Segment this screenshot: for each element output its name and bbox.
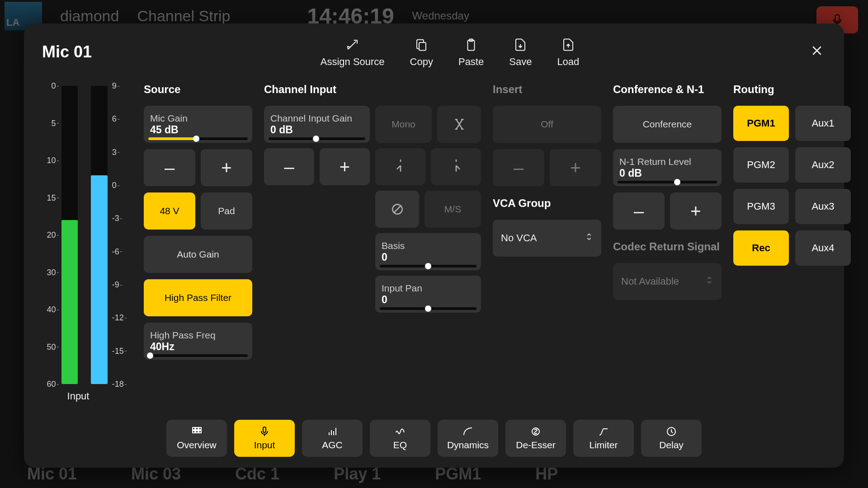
bottom-tabs: OverviewInputAGCEQDynamicsDe-EsserLimite… — [42, 420, 826, 457]
input-meters: 0510152030405060 9630-3-6-9-12-15-18 Inp… — [42, 83, 130, 415]
split-right-button[interactable] — [431, 148, 481, 185]
tab-dynamics[interactable]: Dynamics — [438, 420, 498, 457]
channel-gain-plus-button[interactable]: + — [320, 148, 370, 185]
vca-group-dropdown[interactable]: No VCA — [493, 220, 601, 257]
split-right-icon — [449, 160, 463, 174]
source-title: Source — [144, 83, 252, 97]
channel-strip-modal: Mic 01 Assign Source Copy Paste Save Loa… — [24, 23, 844, 468]
copy-label: Copy — [410, 56, 433, 68]
bd-label-1: diamond — [60, 7, 119, 25]
meter-label: Input — [42, 390, 114, 402]
copy-button[interactable]: Copy — [410, 38, 433, 68]
svg-rect-4 — [193, 427, 195, 430]
channel-gain-minus-button[interactable]: – — [264, 148, 314, 185]
route-aux2-button[interactable]: Aux2 — [795, 147, 851, 183]
routing-column: Routing PGM1Aux1PGM2Aux2PGM3Aux3RecAux4 — [733, 83, 851, 415]
conference-title: Conference & N-1 — [613, 83, 722, 97]
assign-source-button[interactable]: Assign Source — [321, 38, 385, 68]
save-label: Save — [509, 56, 532, 68]
tab-delay[interactable]: Delay — [641, 420, 702, 457]
chevron-updown-icon — [704, 273, 714, 290]
split-left-icon — [393, 160, 408, 174]
mic-gain-minus-button[interactable]: – — [144, 149, 195, 186]
day-label: Wednesday — [412, 9, 469, 22]
n1-plus-button[interactable]: + — [670, 192, 722, 230]
n1-minus-button[interactable]: – — [613, 192, 665, 230]
input-pan-control[interactable]: Input Pan 0 — [375, 276, 481, 313]
meter-bar-right — [91, 86, 108, 384]
tab-limiter[interactable]: Limiter — [573, 420, 634, 457]
phase-invert-button[interactable] — [375, 191, 419, 228]
insert-title: Insert — [493, 83, 601, 97]
load-label: Load — [557, 56, 579, 68]
codec-return-title: Codec Return Signal — [613, 240, 722, 254]
auto-gain-button[interactable]: Auto Gain — [144, 236, 252, 273]
tab-agc[interactable]: AGC — [302, 420, 363, 457]
vca-title: VCA Group — [493, 197, 601, 211]
mic-gain-control[interactable]: Mic Gain 45 dB — [144, 106, 252, 143]
codec-return-dropdown: Not Available — [613, 263, 722, 300]
chevron-updown-icon — [584, 230, 594, 246]
insert-vca-column: Insert Off – + VCA Group No VCA — [493, 83, 601, 415]
route-aux1-button[interactable]: Aux1 — [795, 106, 851, 141]
conference-column: Conference & N-1 Conference N-1 Return L… — [613, 83, 722, 415]
phase-icon — [390, 202, 405, 216]
mic-gain-plus-button[interactable]: + — [201, 149, 252, 186]
svg-rect-10 — [263, 427, 266, 432]
meter-bar-left — [61, 86, 78, 384]
swap-lr-button[interactable] — [437, 106, 481, 143]
paste-label: Paste — [458, 56, 484, 68]
channel-input-gain-control[interactable]: Channel Input Gain 0 dB — [264, 106, 370, 143]
insert-off-button[interactable]: Off — [493, 106, 601, 143]
svg-rect-7 — [193, 431, 195, 433]
assign-source-label: Assign Source — [321, 56, 385, 68]
close-button[interactable] — [808, 42, 826, 60]
high-pass-freq-control[interactable]: High Pass Freq 40Hz — [144, 323, 252, 360]
swap-icon — [452, 117, 467, 131]
routing-title: Routing — [733, 83, 851, 97]
route-pgm1-button[interactable]: PGM1 — [733, 106, 789, 141]
high-pass-filter-button[interactable]: High Pass Filter — [144, 279, 252, 316]
mono-button[interactable]: Mono — [375, 106, 432, 143]
n1-return-level-control[interactable]: N-1 Return Level 0 dB — [613, 149, 722, 186]
route-rec-button[interactable]: Rec — [733, 230, 789, 266]
paste-button[interactable]: Paste — [458, 38, 484, 68]
tab-de-esser[interactable]: De-Esser — [505, 420, 566, 457]
pad-button[interactable]: Pad — [201, 192, 252, 230]
split-left-button[interactable] — [375, 148, 425, 185]
conference-button[interactable]: Conference — [613, 106, 722, 143]
modal-title: Mic 01 — [42, 38, 92, 61]
channel-input-title: Channel Input — [264, 83, 481, 97]
route-aux4-button[interactable]: Aux4 — [795, 230, 851, 266]
svg-rect-0 — [419, 42, 426, 51]
ms-button[interactable]: M/S — [425, 191, 481, 228]
route-aux3-button[interactable]: Aux3 — [795, 189, 851, 224]
svg-rect-5 — [196, 427, 198, 430]
save-button[interactable]: Save — [509, 38, 532, 68]
svg-rect-9 — [199, 431, 201, 433]
source-column: Source Mic Gain 45 dB – + 48 V Pad — [144, 83, 252, 415]
svg-rect-8 — [196, 431, 198, 433]
meter-scale-right: 9630-3-6-9-12-15-18 — [109, 86, 130, 384]
meter-scale-left: 0510152030405060 — [42, 86, 60, 384]
channel-input-column: Channel Input Channel Input Gain 0 dB Mo… — [264, 83, 481, 415]
tab-input[interactable]: Input — [234, 420, 295, 457]
tab-overview[interactable]: Overview — [166, 420, 227, 457]
tab-eq[interactable]: EQ — [370, 420, 430, 457]
load-button[interactable]: Load — [557, 38, 579, 68]
insert-minus-button[interactable]: – — [493, 149, 544, 186]
route-pgm2-button[interactable]: PGM2 — [733, 147, 789, 183]
route-pgm3-button[interactable]: PGM3 — [733, 189, 789, 224]
insert-plus-button[interactable]: + — [550, 149, 601, 186]
phantom-48v-button[interactable]: 48 V — [144, 192, 195, 230]
bd-label-2: Channel Strip — [137, 7, 230, 25]
svg-rect-6 — [199, 427, 201, 430]
basis-control[interactable]: Basis 0 — [375, 233, 481, 270]
